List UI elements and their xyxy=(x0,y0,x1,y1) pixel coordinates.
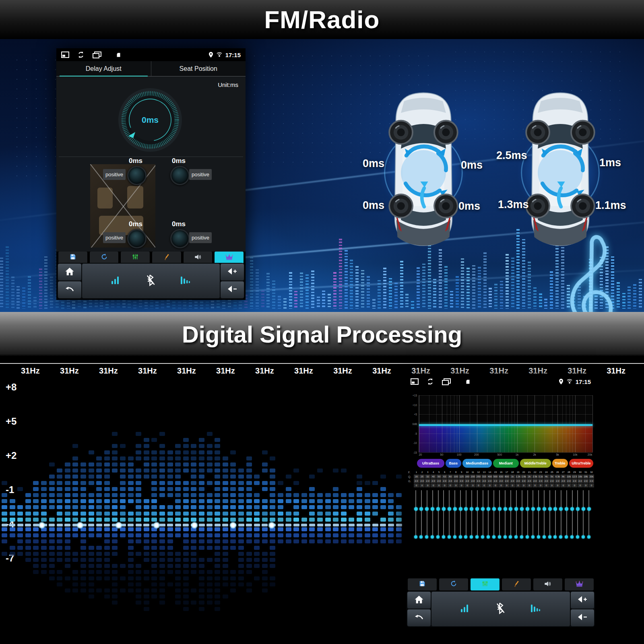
back-button[interactable] xyxy=(58,281,81,298)
band-slider-track[interactable] xyxy=(505,490,506,536)
toolbar-crown-button[interactable] xyxy=(215,252,244,264)
band-slider-handle[interactable] xyxy=(504,507,507,511)
band-slider-handle[interactable] xyxy=(587,507,591,511)
band-slider-handle-2[interactable] xyxy=(414,535,417,539)
band-slider-handle-2[interactable] xyxy=(553,535,557,539)
band-slider-handle[interactable] xyxy=(470,507,473,511)
band-pill[interactable]: UltraBass xyxy=(417,459,444,468)
eq-slider-handle[interactable] xyxy=(229,522,237,529)
band-slider-track[interactable] xyxy=(527,490,528,536)
band-slider-track[interactable] xyxy=(488,490,489,536)
band-slider-track[interactable] xyxy=(499,490,500,536)
home-button[interactable] xyxy=(58,264,81,281)
band-slider-handle-2[interactable] xyxy=(442,535,445,539)
band-slider-handle-2[interactable] xyxy=(431,535,434,539)
toolbar-save-button[interactable] xyxy=(58,252,87,264)
band-slider-handle-2[interactable] xyxy=(526,535,529,539)
speaker-icon[interactable] xyxy=(170,166,190,185)
band-slider-handle-2[interactable] xyxy=(487,535,490,539)
band-slider-handle[interactable] xyxy=(492,507,496,511)
band-slider-handle[interactable] xyxy=(481,507,485,511)
sync-icon[interactable] xyxy=(77,51,85,58)
band-slider-track[interactable] xyxy=(516,490,517,536)
pip-icon[interactable] xyxy=(61,52,69,58)
eq-slider-handle[interactable] xyxy=(191,522,198,529)
band-slider-track[interactable] xyxy=(460,490,461,536)
eq-slider-handle[interactable] xyxy=(76,522,84,529)
phase-button-rear-right[interactable]: positive xyxy=(189,232,212,243)
band-slider-handle-2[interactable] xyxy=(464,535,467,539)
band-slider-track[interactable] xyxy=(549,490,550,536)
band-slider-track[interactable] xyxy=(566,490,567,536)
tab-seat-position[interactable]: Seat Position xyxy=(151,61,246,76)
toolbar-reset-button[interactable] xyxy=(439,578,468,590)
band-slider-handle-2[interactable] xyxy=(481,535,484,539)
band-slider-handle-2[interactable] xyxy=(576,535,579,539)
band-slider-track[interactable] xyxy=(510,490,511,536)
phase-button-front-right[interactable]: positive xyxy=(189,169,212,180)
band-slider-handle[interactable] xyxy=(419,507,423,511)
recent-apps-icon[interactable] xyxy=(442,378,451,385)
band-slider-handle[interactable] xyxy=(548,507,552,511)
band-slider-handle-2[interactable] xyxy=(492,535,495,539)
band-slider-track[interactable] xyxy=(443,490,444,536)
band-slider-handle-2[interactable] xyxy=(537,535,540,539)
back-button[interactable] xyxy=(407,609,431,626)
band-slider-handle-2[interactable] xyxy=(548,535,551,539)
band-slider-handle-2[interactable] xyxy=(582,535,585,539)
band-slider-track[interactable] xyxy=(577,490,578,536)
volume-down-button[interactable] xyxy=(221,281,244,298)
toolbar-effects-button[interactable] xyxy=(152,252,181,264)
band-slider-track[interactable] xyxy=(454,490,455,536)
band-slider-handle-2[interactable] xyxy=(475,535,479,539)
band-slider-handle-2[interactable] xyxy=(453,535,456,539)
speaker-icon[interactable] xyxy=(127,229,147,248)
band-slider-handle-2[interactable] xyxy=(559,535,562,539)
toolbar-equalizer-button[interactable] xyxy=(121,252,150,264)
band-pill[interactable]: MediumBass xyxy=(462,459,492,468)
band-slider-handle[interactable] xyxy=(531,507,535,511)
toolbar-crown-button[interactable] xyxy=(565,578,594,590)
phase-button-front-left[interactable]: positive xyxy=(103,169,126,180)
toolbar-volume-button[interactable] xyxy=(184,252,213,264)
band-slider-handle-2[interactable] xyxy=(509,535,512,539)
band-slider-handle-2[interactable] xyxy=(419,535,423,539)
band-slider-handle-2[interactable] xyxy=(470,535,473,539)
band-slider-handle-2[interactable] xyxy=(587,535,590,539)
band-slider-track[interactable] xyxy=(572,490,573,536)
band-slider-handle-2[interactable] xyxy=(504,535,507,539)
band-slider-track[interactable] xyxy=(522,490,522,536)
band-pill[interactable]: UltraTreble xyxy=(569,459,593,468)
toolbar-reset-button[interactable] xyxy=(90,252,119,264)
band-slider-track[interactable] xyxy=(471,490,472,536)
home-button[interactable] xyxy=(407,592,431,609)
toolbar-equalizer-button[interactable] xyxy=(471,578,500,590)
eq-slider-handle[interactable] xyxy=(38,522,45,529)
volume-up-button[interactable] xyxy=(221,264,244,281)
band-slider-track[interactable] xyxy=(415,490,416,536)
band-slider-handle[interactable] xyxy=(553,507,557,511)
band-slider-handle[interactable] xyxy=(425,507,429,511)
band-slider-track[interactable] xyxy=(483,490,483,536)
band-slider-handle[interactable] xyxy=(436,507,440,511)
band-slider-track[interactable] xyxy=(544,490,545,536)
band-pill[interactable]: MiddleTreble xyxy=(520,459,551,468)
band-slider-track[interactable] xyxy=(561,490,561,536)
band-pill[interactable]: Bass xyxy=(446,459,461,468)
band-slider-handle-2[interactable] xyxy=(448,535,451,539)
band-slider-track[interactable] xyxy=(432,490,433,536)
band-slider-handle-2[interactable] xyxy=(570,535,574,539)
band-slider-handle-2[interactable] xyxy=(520,535,523,539)
recent-apps-icon[interactable] xyxy=(93,52,101,58)
band-slider-handle-2[interactable] xyxy=(543,535,546,539)
band-slider-handle[interactable] xyxy=(475,507,479,511)
band-slider-track[interactable] xyxy=(427,490,427,536)
band-slider-handle-2[interactable] xyxy=(436,535,440,539)
band-slider-handle[interactable] xyxy=(514,507,518,511)
band-slider-handle[interactable] xyxy=(537,507,541,511)
band-slider-handle-2[interactable] xyxy=(425,535,428,539)
band-slider-handle[interactable] xyxy=(543,507,546,511)
band-slider-handle[interactable] xyxy=(498,507,502,511)
band-slider-handle[interactable] xyxy=(520,507,524,511)
tab-delay-adjust[interactable]: Delay Adjust xyxy=(56,61,151,76)
